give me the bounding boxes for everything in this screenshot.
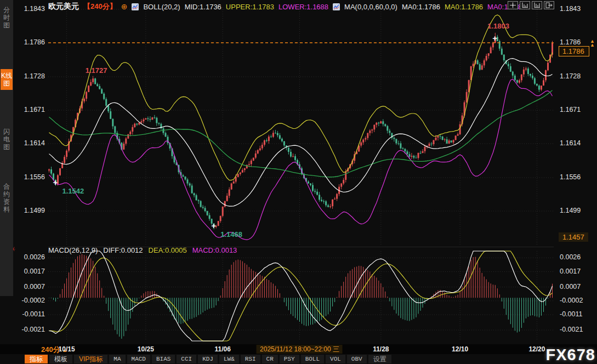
bottom-tab-boll[interactable]: BOLL — [301, 355, 324, 363]
chart-type-sidebar: 分时图K线图闪电图合约资料 — [0, 0, 13, 296]
date-tick: 10/25 — [138, 345, 154, 353]
price-tick-right: 1.1728 — [560, 72, 595, 80]
bottom-tab-templates[interactable]: 模板 — [49, 355, 72, 363]
macd-tick-right: 0.0026 — [560, 253, 595, 261]
macd-tick-right: 0.0007 — [560, 283, 595, 291]
axis-bars-left-icon — [521, 2, 528, 8]
exit-chart-button[interactable] — [544, 1, 554, 9]
high-price-annotation: 1.1727 — [86, 66, 107, 75]
price-tick-left: 1.1614 — [13, 139, 45, 147]
price-tick-left: 1.1556 — [13, 173, 45, 181]
add-indicator-icon[interactable]: ⊕ — [121, 2, 128, 11]
price-tick-right: 1.1499 — [560, 207, 595, 214]
chart-canvas[interactable] — [13, 0, 597, 344]
bottom-tab-vip-indicators[interactable]: VIP指标 — [74, 355, 107, 363]
boll-upper-value: UPPER:1.1783 — [226, 3, 274, 11]
price-tick-left: 1.1843 — [13, 5, 45, 13]
macd-tick-right: -0.0011 — [560, 310, 595, 318]
bottom-tab-indicators[interactable]: 指标 — [25, 355, 48, 363]
crosshair-date-label: 2025/11/12 18:00~22:00 三 — [257, 345, 343, 354]
sidebar-item-contract-info[interactable]: 合约资料 — [1, 180, 13, 216]
boll-chart-icon[interactable] — [132, 3, 139, 10]
symbol-name: 欧元美元 — [48, 2, 79, 12]
bottom-tab-obv[interactable]: OBV — [347, 355, 367, 363]
ma0-yellow-value: MA0:1.1786 — [445, 3, 483, 11]
sidebar-item-time-chart[interactable]: 分时图 — [1, 3, 13, 32]
price-tick-right: 1.1671 — [560, 106, 595, 113]
low-price-annotation: 1.1542 — [62, 187, 84, 195]
macd-title: MACD(26,12,9) — [48, 246, 98, 254]
crosshair-marker-icon: + — [492, 34, 497, 42]
bottom-tab-kdj[interactable]: KDJ — [198, 355, 218, 363]
period-badge: 【240分】 — [83, 2, 117, 12]
boll-label: BOLL(20,2) — [143, 3, 180, 11]
time-axis: 240分 ▲ 10/1510/2511/0611/2812/1012/20 20… — [0, 344, 597, 354]
macd-header: MACD(26,12,9) DIFF:0.0012 DEA:0.0005 MAC… — [48, 246, 237, 254]
indicator-tab-bar: 指标模板VIP指标MAMACDBIASCCIKDJLW&RSICRPSYBOLL… — [25, 355, 391, 363]
macd-diff-value: DIFF:0.0012 — [103, 246, 143, 254]
macd-tick-left: 0.0017 — [13, 268, 45, 275]
bottom-tab-vol[interactable]: VOL — [326, 355, 345, 363]
axis-bars-right-icon — [533, 2, 541, 8]
price-tick-right: 1.1843 — [560, 5, 595, 13]
bottom-tab-rsi[interactable]: RSI — [241, 355, 260, 363]
sidebar-item-flash-chart[interactable]: 闪电图 — [1, 125, 13, 153]
exit-icon — [545, 2, 553, 8]
macd-tick-left: -0.0011 — [13, 310, 45, 318]
boll-lower-value: LOWER:1.1688 — [278, 3, 328, 11]
bottom-tab-macd[interactable]: MACD — [127, 355, 150, 363]
watermark: FX678 — [546, 346, 595, 364]
ma-label: MA(0,0,0,60,0,0) — [344, 3, 397, 11]
bottom-tab-cr[interactable]: CR — [262, 355, 278, 363]
bottom-tab-bias[interactable]: BIAS — [152, 355, 175, 363]
price-tick-right: 1.1614 — [560, 139, 595, 147]
scale-axis-right-button[interactable] — [532, 1, 542, 9]
range-low-label: 1.1457 — [559, 232, 588, 242]
macd-macd-value: MACD:0.0013 — [192, 246, 237, 254]
ma-chart-icon[interactable] — [333, 3, 340, 10]
move-icon — [509, 2, 516, 8]
macd-tick-left: 0.0007 — [13, 283, 45, 291]
macd-tick-left: 0.0026 — [13, 253, 45, 261]
bottom-tab-lw[interactable]: LW& — [219, 355, 239, 363]
trading-terminal: 分时图K线图闪电图合约资料 欧元美元 【240分】 ⊕ BOLL(20,2) M… — [0, 0, 597, 364]
date-tick: 10/15 — [59, 345, 75, 353]
bottom-tab-cci[interactable]: CCI — [177, 355, 196, 363]
date-tick: 12/10 — [452, 345, 468, 353]
price-tick-left: 1.1728 — [13, 72, 45, 80]
date-tick: 12/20 — [528, 345, 545, 353]
price-tick-left: 1.1499 — [13, 207, 45, 214]
price-tick-left: 1.1786 — [13, 38, 45, 46]
high-price-annotation: 1.1803 — [487, 22, 509, 30]
bottom-tab-psy[interactable]: PSY — [280, 355, 299, 363]
bottom-tab-ma[interactable]: MA — [109, 355, 125, 363]
price-up-arrow-icon: ▲▲ — [590, 39, 595, 47]
date-tick: 11/06 — [214, 345, 230, 353]
macd-tick-left: -0.0021 — [13, 326, 45, 333]
sidebar-item-kline-chart[interactable]: K线图 — [1, 69, 13, 90]
indicator-header: 欧元美元 【240分】 ⊕ BOLL(20,2) MID:1.1736 UPPE… — [48, 2, 526, 12]
macd-tick-right: 0.0017 — [560, 268, 595, 275]
bottom-tab-settings[interactable]: 设置 — [368, 355, 391, 363]
current-price-box: 1.1786 — [559, 46, 589, 56]
chart-toolbar — [508, 1, 554, 9]
macd-tick-left: -0.0002 — [13, 297, 45, 304]
pan-tool-button[interactable] — [508, 1, 518, 9]
ma0-white-value: MA0:1.1786 — [402, 3, 440, 11]
low-price-annotation: 1.1468 — [220, 230, 242, 238]
price-tick-right: 1.1556 — [560, 173, 595, 181]
crosshair-marker-icon: + — [53, 178, 58, 186]
scale-axis-left-button[interactable] — [520, 1, 530, 9]
macd-tick-right: -0.0002 — [560, 297, 595, 304]
boll-mid-value: MID:1.1736 — [185, 3, 221, 11]
date-tick: 11/28 — [373, 345, 389, 353]
macd-tick-right: -0.0021 — [560, 326, 595, 333]
price-tick-left: 1.1671 — [13, 106, 45, 113]
crosshair-marker-icon: + — [211, 221, 216, 230]
macd-dea-value: DEA:0.0005 — [149, 246, 187, 254]
